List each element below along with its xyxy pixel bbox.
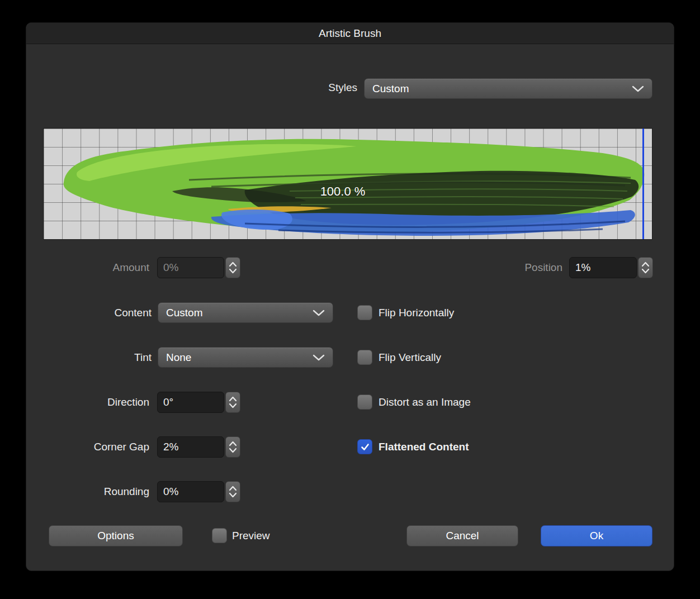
stepper-arrows-icon [641, 261, 650, 274]
position-field[interactable]: 1% [569, 257, 637, 278]
flip-horizontally-label: Flip Horizontally [379, 305, 454, 320]
styles-select-value: Custom [372, 83, 409, 95]
stepper-arrows-icon [229, 261, 237, 274]
direction-field[interactable]: 0° [157, 392, 224, 413]
amount-field[interactable]: 0% [157, 257, 224, 278]
preview-checkbox[interactable] [212, 528, 227, 543]
stepper-arrows-icon [229, 396, 237, 409]
amount-value: 0% [163, 262, 178, 274]
options-button-label: Options [97, 530, 134, 542]
chevron-down-icon [632, 85, 644, 92]
amount-stepper[interactable] [225, 257, 240, 278]
direction-stepper[interactable] [225, 392, 240, 413]
flattened-content-checkbox[interactable] [357, 439, 372, 454]
rounding-stepper[interactable] [225, 481, 240, 502]
tint-select-value: None [166, 351, 191, 364]
flip-vertically-label: Flip Vertically [379, 350, 441, 365]
ok-button[interactable]: Ok [541, 525, 652, 546]
dialog-title: Artistic Brush [319, 27, 381, 40]
cancel-button-label: Cancel [446, 530, 479, 542]
artistic-brush-dialog: Artistic Brush Styles Custom [26, 22, 674, 571]
screen: Artistic Brush Styles Custom [0, 0, 700, 599]
amount-label: Amount [71, 261, 149, 274]
cancel-button[interactable]: Cancel [406, 525, 518, 546]
flip-horizontally-checkbox[interactable] [357, 305, 372, 320]
direction-label: Direction [71, 396, 149, 409]
direction-value: 0° [163, 396, 173, 408]
flip-vertically-checkbox[interactable] [357, 350, 372, 365]
corner-gap-stepper[interactable] [225, 436, 240, 458]
chevron-down-icon [313, 354, 325, 361]
content-select[interactable]: Custom [158, 302, 333, 323]
distort-as-image-checkbox[interactable] [357, 394, 372, 410]
position-label: Position [484, 261, 562, 274]
tint-label: Tint [73, 351, 152, 364]
corner-gap-field[interactable]: 2% [157, 436, 224, 458]
chevron-down-icon [313, 310, 325, 316]
ok-button-label: Ok [590, 530, 603, 542]
check-icon [360, 442, 370, 452]
rounding-value: 0% [163, 486, 178, 498]
stepper-arrows-icon [229, 485, 237, 498]
preview-checkbox-label: Preview [232, 528, 270, 543]
zoom-percentage-label: 100.0 % [290, 184, 396, 199]
flattened-content-label: Flattened Content [379, 439, 469, 454]
content-select-value: Custom [166, 307, 202, 319]
rounding-field[interactable]: 0% [157, 481, 224, 502]
rounding-label: Rounding [71, 485, 149, 498]
position-cursor-line[interactable] [642, 129, 644, 239]
styles-select[interactable]: Custom [364, 78, 652, 99]
stepper-arrows-icon [229, 440, 237, 454]
tint-select[interactable]: None [158, 347, 333, 368]
corner-gap-value: 2% [163, 441, 178, 453]
options-button[interactable]: Options [49, 525, 183, 546]
styles-label: Styles [278, 81, 357, 94]
brush-stroke-image [44, 129, 652, 239]
distort-as-image-label: Distort as an Image [379, 394, 471, 410]
brush-preview-canvas[interactable]: 100.0 % [43, 128, 652, 240]
position-value: 1% [575, 262, 590, 274]
corner-gap-label: Corner Gap [49, 440, 149, 454]
position-stepper[interactable] [638, 257, 653, 278]
title-bar[interactable]: Artistic Brush [26, 23, 674, 44]
content-label: Content [73, 306, 152, 320]
